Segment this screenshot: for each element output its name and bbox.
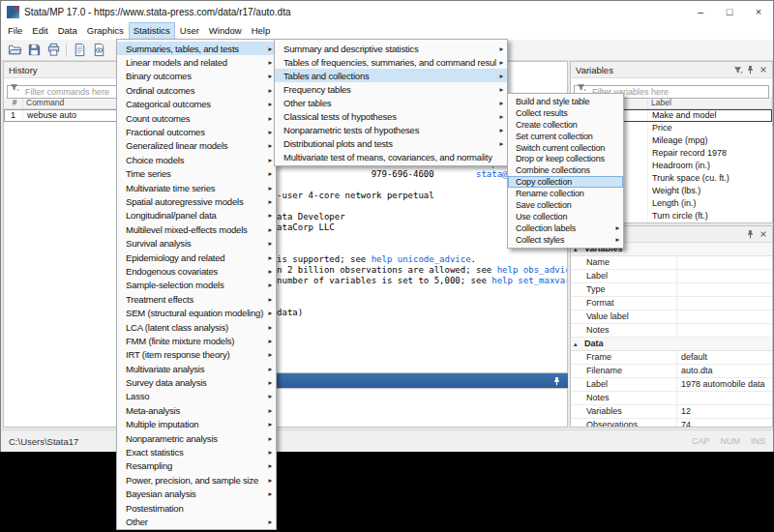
property-row[interactable]: Name (571, 256, 772, 270)
menu-item-spatial-autoregressive-models[interactable]: Spatial autoregressive models▸ (117, 194, 276, 208)
menu-item-treatment-effects[interactable]: Treatment effects▸ (117, 292, 276, 306)
property-row[interactable]: Label1978 automobile data (571, 378, 772, 392)
property-row[interactable]: Variables12 (571, 405, 772, 419)
properties-close-icon[interactable] (757, 228, 769, 240)
menu-item-distributional-plots-and-tests[interactable]: Distributional plots and tests▸ (275, 136, 507, 150)
menu-item-classical-tests-of-hypotheses[interactable]: Classical tests of hypotheses▸ (275, 109, 507, 123)
menu-item-use-collection[interactable]: Use collection (508, 211, 623, 222)
properties-section-data[interactable]: ▴Data (571, 338, 772, 351)
log-icon[interactable] (70, 41, 89, 59)
results-link[interactable]: help set_maxvar (491, 276, 568, 285)
menu-item-collect-results[interactable]: Collect results (508, 107, 623, 119)
menu-item-create-collection[interactable]: Create collection (508, 119, 623, 131)
menu-item-fractional-outcomes[interactable]: Fractional outcomes▸ (117, 125, 276, 138)
menu-item-tables-and-collections[interactable]: Tables and collections▸ (275, 69, 507, 82)
property-row[interactable]: Notes (571, 324, 772, 338)
property-row[interactable]: Notes (571, 392, 772, 405)
menu-item-combine-collections[interactable]: Combine collections (508, 164, 623, 176)
menubar-item-edit[interactable]: Edit (27, 22, 52, 40)
minimize-button[interactable]: – (686, 1, 715, 22)
save-icon[interactable] (24, 41, 44, 59)
menu-item-copy-collection[interactable]: Copy collection (508, 176, 623, 188)
menu-item-frequency-tables[interactable]: Frequency tables▸ (275, 82, 507, 96)
menu-item-time-series[interactable]: Time series▸ (117, 167, 276, 181)
results-link[interactable]: help unicode_advice (372, 254, 471, 264)
viewer-icon[interactable] (89, 41, 108, 59)
menu-item-tables-of-frequencies-summaries-and-command-results[interactable]: Tables of frequencies, summaries, and co… (275, 55, 507, 69)
menu-item-exact-statistics[interactable]: Exact statistics▸ (117, 445, 276, 458)
results-link[interactable]: help obs_advice (497, 265, 568, 275)
menu-item-set-current-collection[interactable]: Set current collection (508, 131, 623, 142)
menu-item-build-and-style-table[interactable]: Build and style table (508, 96, 623, 107)
menu-item-nonparametric-tests-of-hypotheses[interactable]: Nonparametric tests of hypotheses▸ (275, 123, 507, 136)
menu-item-count-outcomes[interactable]: Count outcomes▸ (117, 111, 276, 125)
open-icon[interactable] (5, 41, 24, 59)
variables-pin-icon[interactable] (744, 64, 757, 75)
property-value: 74 (677, 419, 772, 428)
menu-item-multivariate-analysis[interactable]: Multivariate analysis▸ (117, 362, 276, 375)
menu-item-other[interactable]: Other▸ (117, 515, 276, 528)
menubar-item-window[interactable]: Window (204, 22, 247, 40)
menu-item-fmm-finite-mixture-models[interactable]: FMM (finite mixture models)▸ (117, 334, 276, 347)
menu-item-label: Spatial autoregressive models (126, 196, 265, 207)
menubar-item-help[interactable]: Help (247, 22, 276, 40)
menu-item-other-tables[interactable]: Other tables▸ (275, 96, 507, 109)
menu-item-multivariate-test-of-means-covariances-and-normality[interactable]: Multivariate test of means, covariances,… (275, 150, 507, 163)
property-row[interactable]: Value label (571, 310, 772, 324)
menu-item-ordinal-outcomes[interactable]: Ordinal outcomes▸ (117, 83, 276, 97)
print-icon[interactable] (44, 41, 63, 59)
menu-item-power-precision-and-sample-size[interactable]: Power, precision, and sample size▸ (117, 473, 276, 487)
filter-funnel-icon[interactable] (10, 83, 19, 92)
menu-item-lca-latent-class-analysis[interactable]: LCA (latent class analysis)▸ (117, 320, 276, 334)
menubar-item-file[interactable]: File (3, 22, 27, 40)
property-row[interactable]: Format (571, 297, 772, 310)
menu-item-multilevel-mixed-effects-models[interactable]: Multilevel mixed-effects models▸ (117, 222, 276, 236)
command-pin-icon[interactable] (551, 375, 563, 387)
menu-item-sem-structural-equation-modeling[interactable]: SEM (structural equation modeling)▸ (117, 306, 276, 319)
menu-item-irt-item-response-theory[interactable]: IRT (item response theory)▸ (117, 348, 276, 362)
filter-funnel-icon[interactable] (577, 83, 586, 92)
maximize-button[interactable]: □ (715, 1, 744, 22)
menu-item-postestimation[interactable]: Postestimation (117, 501, 276, 515)
properties-pin-icon[interactable] (744, 228, 757, 240)
property-row[interactable]: Observations74 (571, 419, 772, 428)
variable-label: Length (in.) (648, 197, 772, 210)
menu-item-endogenous-covariates[interactable]: Endogenous covariates▸ (117, 264, 276, 278)
menu-item-resampling[interactable]: Resampling▸ (117, 459, 276, 473)
menu-item-switch-current-collection[interactable]: Switch current collection (508, 142, 623, 154)
menu-item-meta-analysis[interactable]: Meta-analysis▸ (117, 403, 276, 417)
menu-item-choice-models[interactable]: Choice models▸ (117, 153, 276, 166)
menubar-item-data[interactable]: Data (53, 22, 82, 40)
menu-item-collection-labels[interactable]: Collection labels▸ (508, 222, 623, 234)
menu-item-rename-collection[interactable]: Rename collection (508, 188, 623, 199)
menu-item-summary-and-descriptive-statistics[interactable]: Summary and descriptive statistics▸ (275, 42, 507, 55)
menu-item-summaries-tables-and-tests[interactable]: Summaries, tables, and tests▸ (117, 42, 276, 55)
menu-item-multiple-imputation[interactable]: Multiple imputation▸ (117, 418, 276, 431)
menu-item-multivariate-time-series[interactable]: Multivariate time series▸ (117, 181, 276, 194)
variables-filter-icon[interactable] (731, 64, 744, 75)
property-row[interactable]: Framedefault (571, 351, 772, 365)
menu-item-survey-data-analysis[interactable]: Survey data analysis▸ (117, 375, 276, 389)
menu-item-binary-outcomes[interactable]: Binary outcomes▸ (117, 70, 276, 83)
variables-close-icon[interactable] (757, 64, 769, 75)
menu-item-drop-or-keep-collections[interactable]: Drop or keep collections (508, 153, 623, 164)
property-row[interactable]: Type (571, 283, 772, 297)
property-row[interactable]: Filenameauto.dta (571, 365, 772, 378)
menubar-item-statistics[interactable]: Statistics (129, 22, 175, 40)
menu-item-sample-selection-models[interactable]: Sample-selection models▸ (117, 279, 276, 292)
menu-item-save-collection[interactable]: Save collection (508, 199, 623, 211)
menu-item-longitudinal-panel-data[interactable]: Longitudinal/panel data▸ (117, 209, 276, 222)
menu-item-linear-models-and-related[interactable]: Linear models and related▸ (117, 55, 276, 69)
menu-item-nonparametric-analysis[interactable]: Nonparametric analysis▸ (117, 431, 276, 445)
property-row[interactable]: Label (571, 270, 772, 283)
menu-item-generalized-linear-models[interactable]: Generalized linear models▸ (117, 139, 276, 153)
close-button[interactable]: × (744, 1, 773, 22)
menubar-item-graphics[interactable]: Graphics (82, 22, 129, 40)
menu-item-collect-styles[interactable]: Collect styles▸ (508, 234, 623, 246)
menu-item-categorical-outcomes[interactable]: Categorical outcomes▸ (117, 98, 276, 111)
menu-item-lasso[interactable]: Lasso▸ (117, 390, 276, 403)
menu-item-bayesian-analysis[interactable]: Bayesian analysis▸ (117, 488, 276, 501)
menu-item-epidemiology-and-related[interactable]: Epidemiology and related▸ (117, 251, 276, 264)
menubar-item-user[interactable]: User (175, 22, 204, 40)
menu-item-survival-analysis[interactable]: Survival analysis▸ (117, 236, 276, 250)
